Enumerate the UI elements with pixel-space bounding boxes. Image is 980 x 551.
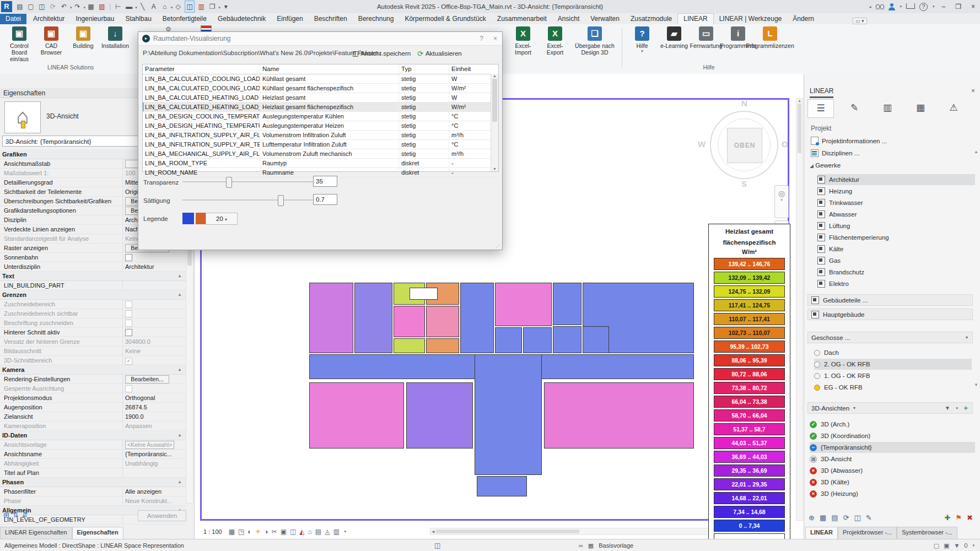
bottom-tab-systembrowser-[interactable]: Systembrowser -... (897, 527, 957, 539)
scale-icon[interactable]: ▦ (229, 528, 235, 536)
tab-körpermodell-grundstück[interactable]: Körpermodell & Grundstück (399, 14, 491, 24)
tab-ansicht[interactable]: Ansicht (552, 14, 585, 24)
view-item[interactable]: ×3D (Kälte) (810, 477, 975, 488)
hilfe-button[interactable]: ?Hilfe▾ (627, 26, 658, 53)
room[interactable] (410, 288, 438, 300)
property-value[interactable]: 304800.0 (122, 337, 186, 346)
design-option-value[interactable]: Basisvorlage (599, 542, 633, 549)
table-row[interactable]: LIN_BA_CALCULATED_HEATING_LOAD_DENSI...H… (143, 102, 498, 112)
bulb-icon[interactable] (814, 350, 820, 356)
close-icon[interactable]: × (971, 87, 975, 95)
room[interactable] (477, 476, 527, 496)
copy-icon[interactable]: ◫ (854, 514, 860, 522)
bottom-tab-projektbrowser-[interactable]: Projektbrowser -... (838, 527, 897, 539)
dialog-close-button[interactable]: × (488, 35, 502, 42)
tab-berechnung[interactable]: Berechnung (353, 14, 400, 24)
tab-linear-werkzeuge[interactable]: LINEAR | Werkzeuge (714, 14, 788, 24)
section-kamera[interactable]: Kamera▴ (0, 365, 186, 375)
tab-zusatzmodule[interactable]: Zusatzmodule (625, 14, 677, 24)
account-caret-icon[interactable]: ▾ (900, 4, 902, 9)
property-row[interactable]: Zuschneidebereich (0, 300, 186, 309)
transparency-value[interactable]: 35 (313, 176, 337, 187)
worksharing-icon[interactable]: ▥ (333, 528, 339, 536)
programmlizenzen-button[interactable]: LProgrammlizenzen (755, 26, 785, 49)
room[interactable] (309, 283, 353, 353)
section-id-daten[interactable]: ID-Daten▴ (0, 431, 186, 440)
add-view-icon[interactable]: + (963, 404, 968, 412)
tab-stahlbau[interactable]: Stahlbau (120, 14, 157, 24)
property-row[interactable]: Hinterer Schnitt aktiv (0, 328, 186, 337)
room[interactable] (553, 326, 581, 353)
constraints-icon[interactable]: ◬ (325, 528, 330, 536)
trade-item-architektur[interactable]: Architektur (817, 174, 975, 185)
property-row[interactable]: Titel auf Plan (0, 468, 186, 478)
property-row[interactable]: Zuschneidebereich sichtbar (0, 309, 186, 318)
show-crop-icon[interactable]: ▣ (281, 528, 287, 536)
property-value[interactable] (122, 309, 186, 318)
übergabe-nach-design-3d-button[interactable]: ❏Übergabe nach Design 3D (572, 26, 618, 56)
excel-export-button[interactable]: XExcel-Export (540, 26, 570, 56)
default-3d-view-icon[interactable]: ⌂ (160, 1, 169, 12)
tab-datei[interactable]: Datei (0, 14, 26, 24)
trade-checkbox-icon[interactable] (817, 222, 825, 230)
property-row[interactable]: Sonnenbahn (0, 253, 186, 262)
property-value[interactable]: ✓ (122, 356, 186, 365)
property-edit-button[interactable]: <Keine Auswahl> (125, 441, 174, 449)
property-edit-button[interactable]: Bearbeiten... (125, 375, 169, 383)
compass-north[interactable]: N (741, 99, 747, 108)
apply-button[interactable]: Anwenden (138, 510, 186, 521)
scale-button[interactable]: 1 : 100 (201, 527, 225, 536)
room[interactable] (394, 306, 425, 337)
bulb-icon[interactable] (814, 385, 820, 391)
view-item[interactable]: ×3D (Heizung) (810, 488, 975, 499)
tab-ingenieurbau[interactable]: Ingenieurbau (70, 14, 120, 24)
save-view-button[interactable]: ◫ Ansicht speichern (352, 48, 411, 59)
trade-item-abwasser[interactable]: Abwasser (817, 209, 975, 220)
property-row[interactable]: Rendering-EinstellungenBearbeiten... (0, 375, 186, 384)
storey-item[interactable]: Dach (814, 347, 972, 358)
worksharing-icon[interactable]: ◫ (434, 542, 440, 549)
redo-icon[interactable]: ↷ (73, 1, 82, 12)
column-header-name[interactable]: Name (260, 64, 399, 74)
cad-browser-button[interactable]: ▣CAD Browser (36, 26, 67, 56)
table-row[interactable]: LIN_BA_DESIGN_COOLING_TEMPERATUREAuslegu… (143, 112, 498, 121)
property-value[interactable] (122, 384, 186, 393)
filter-properties-icon[interactable]: ⊞ (3, 511, 9, 519)
collapse-icon[interactable]: ▴ (179, 365, 181, 374)
table-row[interactable]: LIN_BA_DESIGN_HEATING_TEMPERATUREAuslegu… (143, 121, 498, 131)
tab-einfügen[interactable]: Einfügen (271, 14, 308, 24)
property-value[interactable]: {Temporäransic... (122, 450, 186, 458)
sync-icon[interactable]: ⟳ (49, 1, 57, 12)
checkbox-icon[interactable] (125, 254, 132, 261)
sync-icon[interactable]: ⟳ (843, 514, 849, 522)
edit-icon[interactable]: ✎ (866, 514, 872, 522)
shadows-icon[interactable]: ◑ (264, 528, 268, 536)
sort-descending-icon[interactable]: ⇵ (22, 511, 28, 519)
table-row[interactable]: LIN_BA_CALCULATED_HEATING_LOADHeizlast g… (143, 93, 498, 102)
bottom-tab-linear[interactable]: LINEAR (805, 527, 838, 539)
view-item[interactable]: ✓3D (Arch.) (810, 419, 975, 430)
bottom-tab-eigenschaften[interactable]: Eigenschaften (72, 527, 123, 539)
project-information-link[interactable]: Projektinformationen ... (811, 137, 887, 145)
compass-south[interactable]: S (741, 179, 747, 188)
checkbox-icon[interactable] (125, 310, 132, 317)
room[interactable] (475, 354, 542, 475)
property-row[interactable]: PhaseNeue Konstrukt... (0, 496, 186, 506)
vertical-scrollbar[interactable]: ▲ (796, 98, 803, 521)
edit-icon[interactable]: ✎ (842, 99, 867, 117)
room[interactable] (406, 382, 473, 449)
trade-item-trinkwasser[interactable]: Trinkwasser (817, 197, 975, 208)
add-person-icon[interactable]: ✚ (945, 514, 951, 522)
view-cube[interactable]: OBEN N W S O (710, 111, 778, 179)
trade-item-lüftung[interactable]: Lüftung (817, 220, 975, 231)
columns-icon[interactable]: ▥ (875, 99, 900, 117)
tab-zusammenarbeit[interactable]: Zusammenarbeit (492, 14, 552, 24)
undo-icon[interactable]: ↶ (60, 1, 68, 12)
disciplines-link[interactable]: Disziplinen ... (811, 149, 859, 157)
storey-item[interactable]: 2. OG - OK RFB (814, 359, 972, 370)
tab-verwalten[interactable]: Verwalten (585, 14, 625, 24)
restore-button[interactable]: ❐ (952, 3, 964, 10)
property-row[interactable]: BildausschnittKeine (0, 347, 186, 356)
trade-checkbox-icon[interactable] (817, 187, 825, 195)
legend-color-1-swatch[interactable] (182, 213, 194, 224)
